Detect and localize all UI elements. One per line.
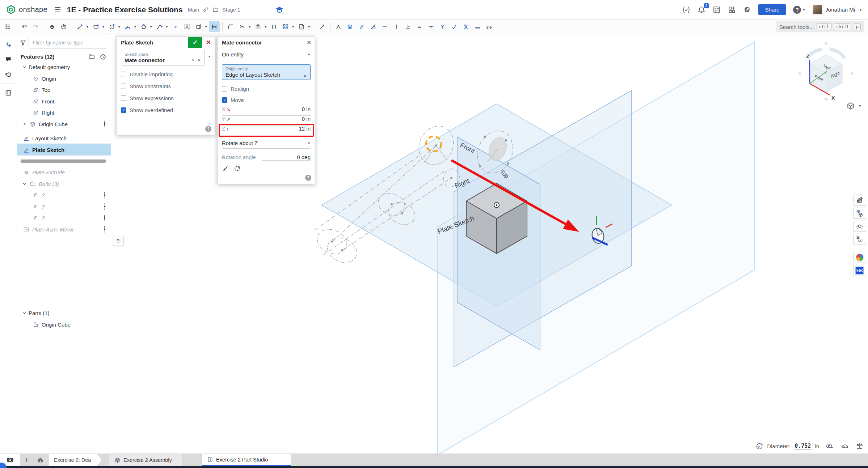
panel-resize-handle[interactable] <box>113 236 124 246</box>
chevron-down-icon[interactable] <box>20 65 29 69</box>
midpoint-constraint-tool-icon[interactable] <box>426 21 437 32</box>
configured-features-button[interactable]: {} <box>853 221 866 232</box>
view-cube[interactable]: Top Front Right Z Y X ▼ <box>794 37 868 111</box>
vertical-constraint-tool-icon[interactable] <box>391 21 402 32</box>
show-overdefined-checkbox[interactable] <box>121 107 126 113</box>
x-offset-value[interactable]: 0 in <box>302 106 311 112</box>
show-constraints-checkbox[interactable] <box>121 84 126 89</box>
home-tab-button[interactable] <box>33 454 47 466</box>
tangent-constraint-tool-icon[interactable] <box>368 21 379 32</box>
undo-tool-icon[interactable]: ↶ <box>19 21 30 32</box>
mass-properties-icon[interactable] <box>856 442 864 450</box>
user-menu[interactable]: Jonathan Mi ▼ <box>813 5 862 14</box>
concentric-constraint-tool-icon[interactable] <box>345 21 355 32</box>
parts-header[interactable]: Parts (1) <box>17 307 111 319</box>
rectangle-dropdown-icon[interactable]: ▼ <box>102 25 105 29</box>
tree-item-default-geometry[interactable]: Default geometry <box>17 61 111 73</box>
pierce-constraint-tool-icon[interactable] <box>437 21 448 32</box>
tree-item-plate-sketch[interactable]: Plate Sketch <box>17 144 111 156</box>
chevron-down-icon[interactable] <box>20 311 29 315</box>
polygon-dropdown-icon[interactable]: ▼ <box>149 25 153 29</box>
spline-dropdown-icon[interactable]: ▼ <box>165 25 169 29</box>
dimension-value[interactable]: 0.752 <box>794 443 812 450</box>
tree-item-plate-extrude[interactable]: Plate Extrude <box>17 167 111 178</box>
mk-app-button[interactable]: MK <box>853 265 866 276</box>
chevron-right-icon[interactable] <box>20 122 29 127</box>
checkbox-row[interactable]: Show overdefined <box>121 107 211 113</box>
checkbox-row[interactable]: Show constraints <box>121 83 211 89</box>
cancel-button[interactable]: ✕ <box>202 37 215 48</box>
sketch-plane-field[interactable]: Sketch plane Mate connector ◔ ✕ <box>121 50 205 65</box>
notifications-bell-icon[interactable]: 2 <box>698 6 705 14</box>
configurations-button[interactable] <box>853 208 866 219</box>
document-title[interactable]: 1E - Practice Exercise Solutions <box>67 5 183 14</box>
view-options-menu[interactable]: ▼ <box>846 102 861 110</box>
tree-item-top[interactable]: Top <box>17 84 111 96</box>
feature-list-toggle-tool-icon[interactable] <box>3 21 13 32</box>
z-offset-row[interactable]: Z ↑ 12 in <box>222 125 311 135</box>
reorient-secondary-axis-icon[interactable] <box>233 165 241 172</box>
learning-center-icon[interactable] <box>275 6 284 14</box>
drag-handle-icon[interactable] <box>103 120 106 128</box>
drag-handle-icon[interactable] <box>103 214 106 222</box>
line-tool-icon[interactable] <box>75 21 85 32</box>
origin-marker[interactable] <box>494 203 499 208</box>
mate-connector-tool-icon[interactable]: ◔ <box>207 54 211 61</box>
help-icon[interactable]: ? <box>305 175 311 181</box>
trim-dropdown-icon[interactable]: ▼ <box>248 25 251 29</box>
line-dropdown-icon[interactable]: ▼ <box>86 25 89 29</box>
share-button[interactable]: Share <box>758 4 786 15</box>
tree-item-right[interactable]: Right <box>17 107 111 119</box>
filter-icon[interactable] <box>20 39 26 46</box>
tab-exercise-2-assembly[interactable]: Exercise 2 Assembly <box>109 454 182 466</box>
symmetric-constraint-tool-icon[interactable] <box>460 21 471 32</box>
confirm-button[interactable]: ✓ <box>188 37 202 48</box>
linear-pattern-dropdown-icon[interactable]: ▼ <box>291 25 295 29</box>
tree-item-[interactable]: ? <box>17 212 111 224</box>
sketch-fillet-tool-icon[interactable] <box>225 21 236 32</box>
checkbox-row[interactable]: Move <box>222 97 311 103</box>
chevron-down-icon[interactable] <box>20 182 29 186</box>
add-folder-icon[interactable] <box>88 53 95 60</box>
link-icon[interactable] <box>203 7 209 13</box>
point-tool-icon[interactable] <box>170 21 181 32</box>
tree-item-origin[interactable]: Origin <box>17 73 111 85</box>
origin-entity-field[interactable]: Origin entity Edge of Layout Sketch ✕ <box>222 64 311 80</box>
mirror-tool-icon[interactable] <box>269 21 279 32</box>
fix-constraint-tool-icon[interactable] <box>472 21 483 32</box>
help-menu[interactable]: ?▼ <box>793 6 805 14</box>
folder-name[interactable]: Stage 1 <box>222 7 240 13</box>
configuration-variables-button[interactable]: (x) <box>853 234 866 245</box>
use-project-tool-icon[interactable] <box>193 21 204 32</box>
insert-feature-icon[interactable] <box>0 37 17 52</box>
redo-tool-icon[interactable]: ↷ <box>30 21 41 32</box>
arc-dropdown-icon[interactable]: ▼ <box>134 25 137 29</box>
tree-item-layout-sketch[interactable]: Layout Sketch <box>17 133 111 144</box>
comments-icon[interactable] <box>0 52 17 67</box>
checkbox-row[interactable]: Realign <box>222 86 311 92</box>
rollback-history-icon[interactable] <box>100 53 106 60</box>
horizontal-constraint-tool-icon[interactable] <box>379 21 390 32</box>
featurescript-icon[interactable] <box>682 6 690 14</box>
rotation-angle-value[interactable]: 0 deg <box>262 154 311 161</box>
tree-item-[interactable]: ? <box>17 190 111 201</box>
equal-constraint-tool-icon[interactable] <box>414 21 425 32</box>
use-project-dropdown-icon[interactable]: ▼ <box>205 25 208 29</box>
drag-handle-icon[interactable] <box>103 203 106 210</box>
tape-measure-icon[interactable] <box>826 442 834 450</box>
protractor-icon[interactable] <box>841 442 849 450</box>
x-offset-row[interactable]: X ↘ 0 in <box>222 106 311 116</box>
rotate-axis-select[interactable]: Rotate about Z ▼ <box>222 138 311 149</box>
z-offset-value[interactable]: 12 in <box>299 125 311 132</box>
insert-dxf-dwg-dropdown-icon[interactable]: ▼ <box>307 25 311 29</box>
close-icon[interactable]: ✕ <box>307 39 311 46</box>
drag-handle-icon[interactable] <box>103 192 106 199</box>
app-store-icon[interactable] <box>728 6 736 14</box>
perpendicular-constraint-tool-icon[interactable] <box>403 21 413 32</box>
y-offset-row[interactable]: Y ↗ 0 in <box>222 116 311 125</box>
rollback-bar[interactable] <box>21 159 106 163</box>
extrude-tool-icon[interactable] <box>47 21 58 32</box>
new-tab-button[interactable]: + <box>20 454 33 466</box>
history-icon[interactable] <box>0 67 17 82</box>
sketch-text-tool-icon[interactable]: A <box>182 21 193 32</box>
